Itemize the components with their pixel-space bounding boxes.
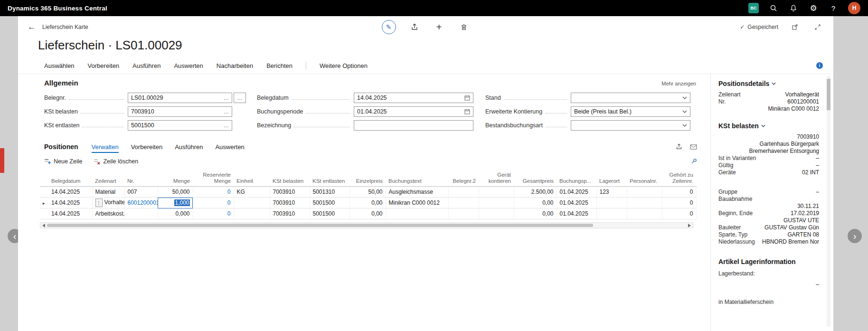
cell-reservierte-menge[interactable]: 0 xyxy=(193,208,234,219)
cell-nr[interactable] xyxy=(124,208,158,219)
cell-geraet-kontieren[interactable] xyxy=(479,198,514,208)
kst-belasten-input[interactable]: 7003910… xyxy=(128,106,232,117)
artikel-lagerinformation-header[interactable]: Artikel Lagerinformation xyxy=(718,258,819,265)
col-nr[interactable]: Nr. xyxy=(124,169,158,187)
menu-item-auswerten[interactable]: Auswerten xyxy=(174,62,203,69)
back-arrow-icon[interactable]: ← xyxy=(28,22,36,32)
fact-value-link[interactable]: 17.02.2019 xyxy=(791,210,819,217)
horizontal-scrollbar-thumb[interactable] xyxy=(47,224,593,227)
share-icon[interactable] xyxy=(676,143,682,150)
cell-belegdatum[interactable]: 14.04.2025 xyxy=(48,187,92,198)
collapse-resize-icon[interactable] xyxy=(811,21,824,33)
chevron-down-icon[interactable] xyxy=(682,124,687,127)
cell-buchungstext[interactable]: Minikran C000 0012 xyxy=(386,198,448,208)
cell-buchungstext[interactable]: Ausgleichsmasse xyxy=(386,187,448,198)
cell-menge[interactable]: 50,000 xyxy=(158,187,193,198)
mail-icon[interactable] xyxy=(690,144,697,150)
cell-personalnr[interactable] xyxy=(627,208,662,219)
cell-gesamtpreis[interactable]: 0,00 xyxy=(514,198,557,208)
col-einzelpreis[interactable]: Einzelpreis xyxy=(349,169,386,187)
cell-kst-belasten[interactable]: 7003910 xyxy=(270,198,310,208)
cell-gehoert[interactable]: 0 xyxy=(662,187,696,198)
pin-icon[interactable] xyxy=(690,158,697,165)
erweiterte-kontierung-dropdown[interactable]: Beide (Preis laut Bel.) xyxy=(571,106,690,117)
user-avatar[interactable]: H xyxy=(848,2,860,14)
bestandsbuchungsart-dropdown[interactable] xyxy=(571,120,690,131)
bezeichnung-input[interactable] xyxy=(354,120,473,131)
scroll-left-arrow-icon[interactable] xyxy=(42,224,45,227)
fact-value-link[interactable]: GUSTAV Gustav Gün xyxy=(764,224,819,231)
mehr-anzeigen-link[interactable]: Mehr anzeigen xyxy=(661,81,696,86)
tab-auswerten[interactable]: Auswerten xyxy=(215,141,244,153)
cell-einzelpreis[interactable]: 0,00 xyxy=(349,208,386,219)
new-record-plus-icon[interactable]: + xyxy=(433,21,445,33)
col-gehoert-zu-zeilennr[interactable]: Gehört zu Zeilennr. xyxy=(662,169,696,187)
environment-badge-icon[interactable]: BC xyxy=(748,3,759,13)
edit-pencil-icon[interactable]: ✎ xyxy=(382,20,396,34)
cell-einzelpreis[interactable]: 50,00 xyxy=(349,187,386,198)
cell-buchungstext[interactable] xyxy=(386,208,448,219)
tab-vorbereiten[interactable]: Vorbereiten xyxy=(131,141,163,153)
assist-button[interactable]: … xyxy=(234,93,246,103)
cell-personalnr[interactable] xyxy=(627,187,662,198)
scroll-right-arrow-icon[interactable] xyxy=(688,224,691,227)
cell-lagerort[interactable] xyxy=(596,208,627,219)
app-title[interactable]: Dynamics 365 Business Central xyxy=(8,5,107,12)
cell-kst-belasten[interactable]: 7003910 xyxy=(270,208,310,219)
tab-ausfuehren[interactable]: Ausführen xyxy=(175,141,203,153)
col-gesamtpreis[interactable]: Gesamtpreis xyxy=(514,169,557,187)
cell-einheit[interactable]: KG xyxy=(234,187,270,198)
menu-item-ausfuehren[interactable]: Ausführen xyxy=(132,62,160,69)
cell-kst-entlasten[interactable]: 5001500 xyxy=(310,198,349,208)
cell-buchungsp[interactable]: 01.04.2025 xyxy=(557,187,596,198)
zeile-loeschen-button[interactable]: Zeile löschen xyxy=(94,158,138,165)
cell-einheit[interactable] xyxy=(234,208,270,219)
horizontal-scrollbar[interactable] xyxy=(40,222,693,228)
cell-geraet-kontieren[interactable] xyxy=(479,187,514,198)
col-belegdatum[interactable]: Belegdatum xyxy=(48,169,92,187)
menu-item-nacharbeiten[interactable]: Nacharbeiten xyxy=(217,62,253,69)
attachments-info-icon[interactable]: i xyxy=(816,62,823,69)
cell-personalnr[interactable] xyxy=(627,198,662,208)
cell-zeilenart[interactable]: Material xyxy=(92,187,124,198)
assist-edit-icon[interactable]: … xyxy=(224,123,229,128)
buchungsperiode-input[interactable]: 01.04.2025 xyxy=(354,106,473,117)
calendar-icon[interactable] xyxy=(464,95,470,101)
cell-geraet-kontieren[interactable] xyxy=(479,208,514,219)
fact-value-link[interactable]: HBNORD Bremen Nor xyxy=(762,238,819,246)
vertical-scrollbar-thumb[interactable] xyxy=(827,79,830,110)
menu-item-weitere-optionen[interactable]: Weitere Optionen xyxy=(320,62,368,69)
neue-zeile-button[interactable]: Neue Zeile xyxy=(44,158,82,165)
col-belegnr2[interactable]: Belegnr.2 xyxy=(448,169,479,187)
help-icon[interactable]: ? xyxy=(828,3,839,13)
cell-einzelpreis[interactable]: 0,00 xyxy=(349,198,386,208)
kst-belasten-header[interactable]: KSt belasten xyxy=(718,122,819,130)
col-buchungsp[interactable]: Buchungsp... xyxy=(557,169,596,187)
kst-entlasten-input[interactable]: 5001500… xyxy=(128,120,232,131)
cell-zeilenart[interactable]: Arbeitskost... xyxy=(92,208,124,219)
col-kst-belasten[interactable]: KSt belasten xyxy=(270,169,310,187)
cell-belegnr2[interactable] xyxy=(448,208,479,219)
menu-item-berichten[interactable]: Berichten xyxy=(266,62,292,69)
col-kst-entlasten[interactable]: KSt entlasten xyxy=(310,169,349,187)
cell-gesamtpreis[interactable]: 0,00 xyxy=(514,208,557,219)
col-personalnr[interactable]: Personalnr. xyxy=(627,169,662,187)
positionsdetails-header[interactable]: Positionsdetails xyxy=(718,80,819,87)
cell-nr[interactable]: 007 xyxy=(124,187,158,198)
assist-edit-icon[interactable]: … xyxy=(224,109,229,114)
stand-dropdown[interactable] xyxy=(571,93,690,103)
chevron-down-icon[interactable] xyxy=(682,110,687,113)
tab-verwalten[interactable]: Verwalten xyxy=(92,141,119,153)
search-icon[interactable] xyxy=(768,3,779,13)
cell-kst-belasten[interactable]: 7003910 xyxy=(270,187,310,198)
cell-belegnr2[interactable] xyxy=(448,187,479,198)
col-zeilenart[interactable]: Zeilenart xyxy=(92,169,124,187)
delete-trash-icon[interactable] xyxy=(458,21,470,33)
cell-kst-entlasten[interactable]: 5001500 xyxy=(310,208,349,219)
cell-kst-entlasten[interactable]: 5001310 xyxy=(310,187,349,198)
open-in-window-icon[interactable] xyxy=(789,21,801,33)
belegdatum-input[interactable]: 14.04.2025 xyxy=(354,93,473,103)
col-geraet-kontieren[interactable]: Gerät kontieren xyxy=(479,169,514,187)
fact-value-link[interactable]: 02 INT xyxy=(802,169,819,176)
assist-edit-icon[interactable]: … xyxy=(224,95,229,101)
